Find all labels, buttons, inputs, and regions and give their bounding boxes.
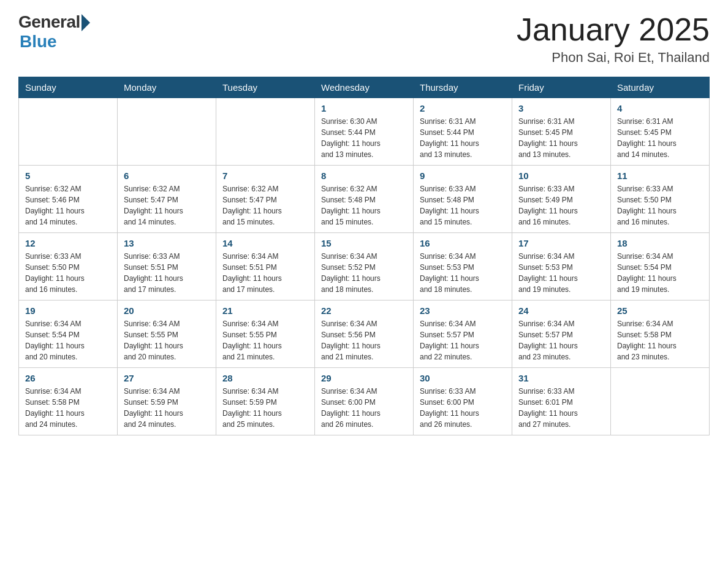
day-info: Sunrise: 6:34 AM Sunset: 5:57 PM Dayligh…	[420, 318, 506, 362]
logo-general-text: General	[18, 12, 80, 32]
calendar-week-row: 26Sunrise: 6:34 AM Sunset: 5:58 PM Dayli…	[19, 368, 710, 435]
calendar-cell: 30Sunrise: 6:33 AM Sunset: 6:00 PM Dayli…	[414, 368, 512, 435]
day-info: Sunrise: 6:33 AM Sunset: 5:50 PM Dayligh…	[617, 183, 703, 228]
day-info: Sunrise: 6:34 AM Sunset: 5:54 PM Dayligh…	[25, 318, 111, 362]
day-number: 20	[124, 305, 210, 316]
day-info: Sunrise: 6:30 AM Sunset: 5:44 PM Dayligh…	[321, 116, 407, 160]
calendar-cell: 8Sunrise: 6:32 AM Sunset: 5:48 PM Daylig…	[315, 166, 414, 233]
day-info: Sunrise: 6:34 AM Sunset: 5:55 PM Dayligh…	[124, 318, 210, 362]
calendar-week-row: 12Sunrise: 6:33 AM Sunset: 5:50 PM Dayli…	[19, 233, 710, 301]
day-number: 5	[25, 170, 111, 181]
calendar-cell: 29Sunrise: 6:34 AM Sunset: 6:00 PM Dayli…	[315, 368, 414, 435]
calendar-table: SundayMondayTuesdayWednesdayThursdayFrid…	[18, 77, 710, 435]
title-block: January 2025 Phon Sai, Roi Et, Thailand	[517, 12, 710, 66]
calendar-cell: 13Sunrise: 6:33 AM Sunset: 5:51 PM Dayli…	[118, 233, 216, 301]
calendar-cell: 4Sunrise: 6:31 AM Sunset: 5:45 PM Daylig…	[611, 98, 710, 166]
day-number: 12	[25, 238, 111, 248]
day-number: 19	[25, 305, 111, 316]
day-info: Sunrise: 6:31 AM Sunset: 5:45 PM Dayligh…	[518, 116, 604, 160]
calendar-cell: 20Sunrise: 6:34 AM Sunset: 5:55 PM Dayli…	[118, 301, 216, 368]
day-info: Sunrise: 6:34 AM Sunset: 5:55 PM Dayligh…	[222, 318, 308, 362]
day-number: 28	[222, 373, 308, 383]
day-info: Sunrise: 6:33 AM Sunset: 5:51 PM Dayligh…	[124, 251, 210, 295]
day-info: Sunrise: 6:34 AM Sunset: 5:53 PM Dayligh…	[420, 251, 506, 295]
day-number: 18	[617, 238, 703, 248]
month-title: January 2025	[517, 12, 710, 47]
page-header: General Blue January 2025 Phon Sai, Roi …	[18, 12, 710, 66]
calendar-cell	[19, 98, 118, 166]
calendar-cell: 17Sunrise: 6:34 AM Sunset: 5:53 PM Dayli…	[512, 233, 611, 301]
day-info: Sunrise: 6:32 AM Sunset: 5:46 PM Dayligh…	[25, 183, 111, 228]
day-info: Sunrise: 6:34 AM Sunset: 5:59 PM Dayligh…	[222, 386, 308, 430]
day-number: 9	[420, 170, 506, 181]
calendar-cell: 5Sunrise: 6:32 AM Sunset: 5:46 PM Daylig…	[19, 166, 118, 233]
calendar-cell: 12Sunrise: 6:33 AM Sunset: 5:50 PM Dayli…	[19, 233, 118, 301]
day-number: 8	[321, 170, 407, 181]
location-title: Phon Sai, Roi Et, Thailand	[517, 50, 710, 66]
calendar-cell: 25Sunrise: 6:34 AM Sunset: 5:58 PM Dayli…	[611, 301, 710, 368]
day-info: Sunrise: 6:32 AM Sunset: 5:47 PM Dayligh…	[124, 183, 210, 228]
day-info: Sunrise: 6:33 AM Sunset: 5:48 PM Dayligh…	[420, 183, 506, 228]
day-number: 31	[518, 373, 604, 383]
logo-arrow-icon	[82, 14, 90, 31]
day-number: 27	[124, 373, 210, 383]
day-info: Sunrise: 6:32 AM Sunset: 5:48 PM Dayligh…	[321, 183, 407, 228]
calendar-cell: 16Sunrise: 6:34 AM Sunset: 5:53 PM Dayli…	[414, 233, 512, 301]
day-number: 29	[321, 373, 407, 383]
day-info: Sunrise: 6:33 AM Sunset: 6:01 PM Dayligh…	[518, 386, 604, 430]
day-info: Sunrise: 6:34 AM Sunset: 5:56 PM Dayligh…	[321, 318, 407, 362]
calendar-cell	[611, 368, 710, 435]
day-info: Sunrise: 6:34 AM Sunset: 5:58 PM Dayligh…	[25, 386, 111, 430]
calendar-cell: 22Sunrise: 6:34 AM Sunset: 5:56 PM Dayli…	[315, 301, 414, 368]
day-number: 24	[518, 305, 604, 316]
day-number: 17	[518, 238, 604, 248]
calendar-week-row: 19Sunrise: 6:34 AM Sunset: 5:54 PM Dayli…	[19, 301, 710, 368]
weekday-header-tuesday: Tuesday	[216, 77, 315, 98]
calendar-cell: 9Sunrise: 6:33 AM Sunset: 5:48 PM Daylig…	[414, 166, 512, 233]
day-number: 25	[617, 305, 703, 316]
calendar-cell: 15Sunrise: 6:34 AM Sunset: 5:52 PM Dayli…	[315, 233, 414, 301]
day-info: Sunrise: 6:33 AM Sunset: 5:50 PM Dayligh…	[25, 251, 111, 295]
calendar-cell: 6Sunrise: 6:32 AM Sunset: 5:47 PM Daylig…	[118, 166, 216, 233]
day-number: 23	[420, 305, 506, 316]
day-info: Sunrise: 6:34 AM Sunset: 5:53 PM Dayligh…	[518, 251, 604, 295]
day-number: 21	[222, 305, 308, 316]
day-number: 2	[420, 103, 506, 113]
weekday-header-row: SundayMondayTuesdayWednesdayThursdayFrid…	[19, 77, 710, 98]
day-info: Sunrise: 6:34 AM Sunset: 5:59 PM Dayligh…	[124, 386, 210, 430]
calendar-cell: 18Sunrise: 6:34 AM Sunset: 5:54 PM Dayli…	[611, 233, 710, 301]
day-info: Sunrise: 6:34 AM Sunset: 5:52 PM Dayligh…	[321, 251, 407, 295]
day-number: 26	[25, 373, 111, 383]
weekday-header-monday: Monday	[118, 77, 216, 98]
calendar-cell: 28Sunrise: 6:34 AM Sunset: 5:59 PM Dayli…	[216, 368, 315, 435]
day-number: 14	[222, 238, 308, 248]
calendar-cell: 26Sunrise: 6:34 AM Sunset: 5:58 PM Dayli…	[19, 368, 118, 435]
calendar-cell: 19Sunrise: 6:34 AM Sunset: 5:54 PM Dayli…	[19, 301, 118, 368]
weekday-header-wednesday: Wednesday	[315, 77, 414, 98]
calendar-cell: 27Sunrise: 6:34 AM Sunset: 5:59 PM Dayli…	[118, 368, 216, 435]
calendar-cell: 31Sunrise: 6:33 AM Sunset: 6:01 PM Dayli…	[512, 368, 611, 435]
calendar-week-row: 5Sunrise: 6:32 AM Sunset: 5:46 PM Daylig…	[19, 166, 710, 233]
day-info: Sunrise: 6:34 AM Sunset: 5:51 PM Dayligh…	[222, 251, 308, 295]
day-number: 11	[617, 170, 703, 181]
day-info: Sunrise: 6:34 AM Sunset: 5:54 PM Dayligh…	[617, 251, 703, 295]
day-number: 13	[124, 238, 210, 248]
day-number: 16	[420, 238, 506, 248]
day-info: Sunrise: 6:34 AM Sunset: 5:57 PM Dayligh…	[518, 318, 604, 362]
logo: General Blue	[18, 12, 90, 52]
day-number: 30	[420, 373, 506, 383]
day-info: Sunrise: 6:34 AM Sunset: 5:58 PM Dayligh…	[617, 318, 703, 362]
calendar-cell: 7Sunrise: 6:32 AM Sunset: 5:47 PM Daylig…	[216, 166, 315, 233]
calendar-cell	[216, 98, 315, 166]
calendar-cell: 24Sunrise: 6:34 AM Sunset: 5:57 PM Dayli…	[512, 301, 611, 368]
calendar-cell: 10Sunrise: 6:33 AM Sunset: 5:49 PM Dayli…	[512, 166, 611, 233]
calendar-cell: 14Sunrise: 6:34 AM Sunset: 5:51 PM Dayli…	[216, 233, 315, 301]
day-info: Sunrise: 6:32 AM Sunset: 5:47 PM Dayligh…	[222, 183, 308, 228]
day-number: 7	[222, 170, 308, 181]
calendar-cell	[118, 98, 216, 166]
calendar-cell: 21Sunrise: 6:34 AM Sunset: 5:55 PM Dayli…	[216, 301, 315, 368]
day-info: Sunrise: 6:33 AM Sunset: 6:00 PM Dayligh…	[420, 386, 506, 430]
day-number: 6	[124, 170, 210, 181]
day-number: 1	[321, 103, 407, 113]
weekday-header-sunday: Sunday	[19, 77, 118, 98]
